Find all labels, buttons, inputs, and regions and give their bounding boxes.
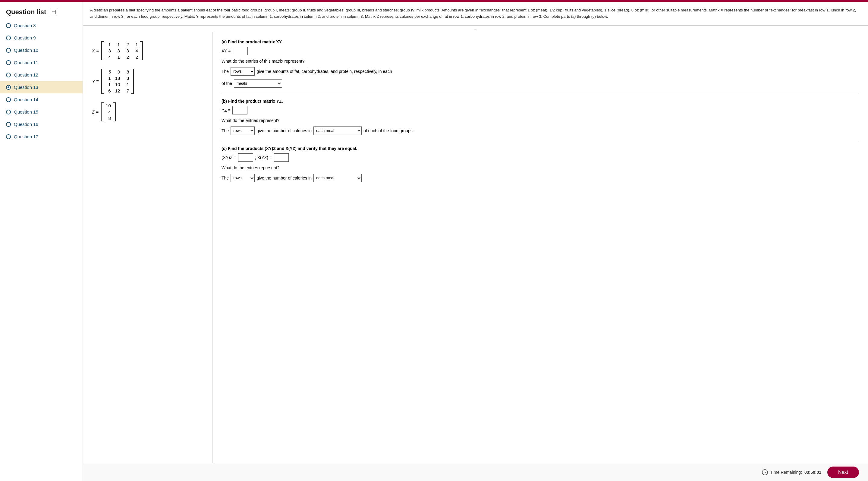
sidebar-title: Question list ⊣ bbox=[0, 8, 83, 19]
sidebar-item-q12[interactable]: Question 12 bbox=[0, 69, 83, 81]
part-c-dropdown2[interactable]: each meal each food group each exchange bbox=[313, 174, 362, 182]
part-c-dropdown1[interactable]: rows columns entries bbox=[230, 174, 255, 182]
sidebar-item-q15[interactable]: Question 15 bbox=[0, 106, 83, 118]
time-label: Time Remaining: bbox=[770, 470, 802, 475]
matrix-cell: 2 bbox=[124, 42, 129, 47]
part-a-label: (a) Find the product matrix XY. bbox=[221, 39, 859, 44]
xyz1-input[interactable] bbox=[238, 153, 253, 162]
part-a-dropdown1[interactable]: rows columns entries bbox=[230, 67, 255, 75]
part-c-sentence: The rows columns entries give the number… bbox=[221, 174, 859, 182]
part-b-the: The bbox=[221, 128, 229, 133]
matrix-cell: 12 bbox=[115, 88, 120, 93]
sidebar-items: Question 8Question 9Question 10Question … bbox=[0, 19, 83, 143]
yz-prefix: YZ = bbox=[221, 108, 230, 113]
bracket-z-left bbox=[101, 102, 104, 121]
main-layout: Question list ⊣ Question 8Question 9Ques… bbox=[0, 2, 868, 481]
expand-dots[interactable]: ··· bbox=[83, 26, 868, 32]
sidebar-label-q15: Question 15 bbox=[14, 109, 38, 115]
radio-circle-q13 bbox=[6, 85, 11, 90]
yz-input[interactable] bbox=[232, 106, 247, 115]
matrix-row: 4 bbox=[106, 109, 111, 115]
part-b-dropdown1[interactable]: rows columns entries bbox=[230, 127, 255, 135]
xy-input[interactable] bbox=[233, 47, 248, 55]
xyz2-input[interactable] bbox=[274, 153, 289, 162]
sidebar-title-text: Question list bbox=[6, 8, 46, 16]
matrix-cell: 1 bbox=[106, 42, 111, 47]
part-a-question: What do the entries of this matrix repre… bbox=[221, 59, 859, 64]
matrix-row: 6127 bbox=[106, 88, 129, 94]
sidebar-item-q11[interactable]: Question 11 bbox=[0, 56, 83, 69]
matrix-row: 3334 bbox=[106, 47, 138, 54]
part-a-of-the: of the bbox=[221, 81, 232, 86]
sidebar-label-q17: Question 17 bbox=[14, 134, 38, 139]
sidebar-item-q13[interactable]: Question 13 bbox=[0, 81, 83, 93]
sidebar: Question list ⊣ Question 8Question 9Ques… bbox=[0, 2, 83, 481]
xyz1-prefix: (XY)Z = bbox=[221, 155, 236, 160]
sidebar-item-q10[interactable]: Question 10 bbox=[0, 44, 83, 56]
sidebar-item-q14[interactable]: Question 14 bbox=[0, 93, 83, 106]
matrix-y-wrapper: Y = 508118311016127 bbox=[92, 69, 203, 94]
bracket-x-left bbox=[101, 41, 104, 60]
matrix-cell: 10 bbox=[115, 82, 120, 87]
part-a-section: (a) Find the product matrix XY. XY = Wha… bbox=[221, 39, 859, 88]
next-button[interactable]: Next bbox=[827, 467, 859, 478]
radio-circle-q11 bbox=[6, 60, 11, 65]
matrix-cell: 10 bbox=[106, 103, 111, 108]
part-a-give: give the amounts of fat, carbohydrates, … bbox=[256, 69, 392, 74]
matrix-x: 112133344122 bbox=[101, 41, 143, 60]
sidebar-item-q17[interactable]: Question 17 bbox=[0, 130, 83, 143]
part-c-answer-line: (XY)Z = ; X(YZ) = bbox=[221, 153, 859, 162]
question-text: A dietician prepares a diet specifying t… bbox=[90, 8, 856, 19]
bracket-y-left bbox=[101, 69, 104, 94]
matrix-cell: 8 bbox=[106, 116, 111, 121]
collapse-icon[interactable]: ⊣ bbox=[50, 8, 58, 16]
matrix-cell: 7 bbox=[124, 88, 129, 93]
matrix-cell: 2 bbox=[133, 55, 138, 60]
matrix-cell: 18 bbox=[115, 75, 120, 81]
sidebar-label-q16: Question 16 bbox=[14, 122, 38, 127]
matrix-x-inner: 112133344122 bbox=[106, 41, 138, 60]
time-remaining: Time Remaining: 03:50:01 bbox=[762, 469, 821, 475]
part-b-give: give the number of calories in bbox=[256, 128, 312, 133]
question-body: X = 112133344122 Y = 508118311016127 bbox=[83, 32, 868, 463]
bracket-z-right bbox=[113, 102, 116, 121]
divider-bc bbox=[221, 141, 859, 141]
matrix-cell: 3 bbox=[124, 75, 129, 81]
part-b-dropdown2[interactable]: each meal each food group each exchange bbox=[313, 127, 362, 135]
sidebar-label-q12: Question 12 bbox=[14, 72, 38, 77]
bracket-x-right bbox=[140, 41, 143, 60]
matrix-y-label: Y = bbox=[92, 78, 99, 84]
part-a-answer-line: XY = bbox=[221, 47, 859, 55]
matrix-cell: 0 bbox=[115, 69, 120, 74]
matrix-cell: 2 bbox=[124, 55, 129, 60]
matrix-row: 1121 bbox=[106, 41, 138, 47]
part-a-sentence: The rows columns entries give the amount… bbox=[221, 67, 859, 75]
part-b-sentence: The rows columns entries give the number… bbox=[221, 127, 859, 135]
part-c-question: What do the entries represent? bbox=[221, 165, 859, 170]
sidebar-label-q11: Question 11 bbox=[14, 60, 38, 65]
radio-circle-q12 bbox=[6, 72, 11, 77]
matrix-z-inner: 1048 bbox=[106, 102, 111, 121]
matrix-row: 4122 bbox=[106, 54, 138, 60]
matrix-cell: 1 bbox=[115, 55, 120, 60]
sidebar-item-q16[interactable]: Question 16 bbox=[0, 118, 83, 130]
bracket-y-right bbox=[131, 69, 134, 94]
radio-circle-q8 bbox=[6, 23, 11, 28]
part-a-dropdown2[interactable]: meals food groups exchanges bbox=[234, 79, 282, 88]
sidebar-label-q13: Question 13 bbox=[14, 85, 38, 90]
part-b-answer-line: YZ = bbox=[221, 106, 859, 115]
part-b-label: (b) Find the product matrix YZ. bbox=[221, 99, 859, 104]
part-c-section: (c) Find the products (XY)Z and X(YZ) an… bbox=[221, 146, 859, 182]
matrix-cell: 3 bbox=[115, 48, 120, 53]
matrix-x-label: X = bbox=[92, 48, 99, 53]
part-a-question-text: What do the entries of this matrix repre… bbox=[221, 59, 304, 64]
part-c-the: The bbox=[221, 175, 229, 181]
radio-circle-q17 bbox=[6, 134, 11, 139]
matrix-cell: 6 bbox=[106, 88, 111, 93]
matrix-row: 1183 bbox=[106, 75, 129, 81]
part-c-question-text: What do the entries represent? bbox=[221, 165, 279, 170]
sidebar-item-q8[interactable]: Question 8 bbox=[0, 19, 83, 32]
question-header: A dietician prepares a diet specifying t… bbox=[83, 2, 868, 26]
matrix-cell: 1 bbox=[106, 75, 111, 81]
sidebar-item-q9[interactable]: Question 9 bbox=[0, 32, 83, 44]
